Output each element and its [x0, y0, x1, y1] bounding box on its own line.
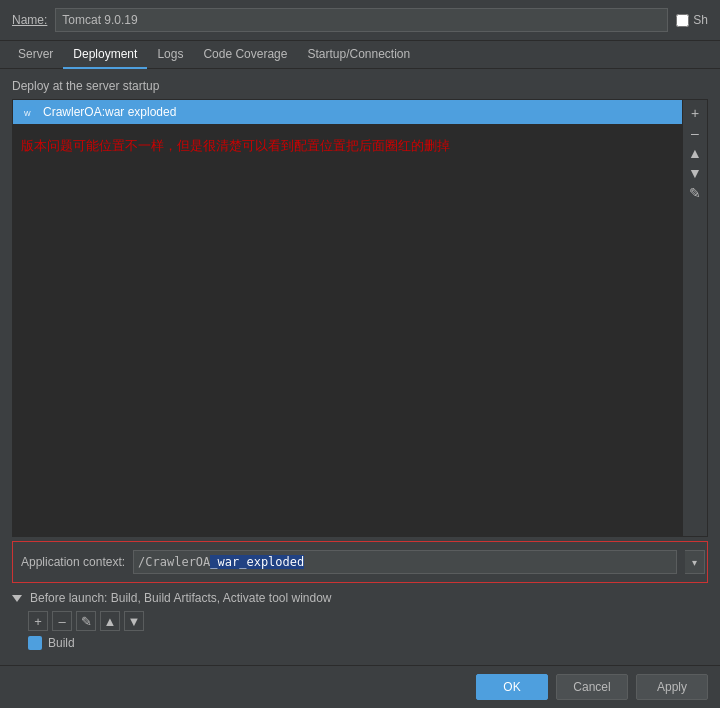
before-launch-tools: + – ✎ ▲ ▼ — [12, 605, 708, 633]
tab-startup-connection[interactable]: Startup/Connection — [297, 41, 420, 69]
name-input[interactable] — [55, 8, 668, 32]
before-launch-section: Before launch: Build, Build Artifacts, A… — [12, 583, 708, 657]
dialog-footer: OK Cancel Apply — [0, 665, 720, 708]
tab-logs[interactable]: Logs — [147, 41, 193, 69]
build-icon — [28, 636, 42, 650]
share-label: Sh — [693, 13, 708, 27]
deploy-label: Deploy at the server startup — [12, 79, 708, 93]
add-artifact-button[interactable]: + — [686, 104, 704, 122]
content-area: Deploy at the server startup W CrawlerOA… — [0, 69, 720, 665]
move-task-down-button[interactable]: ▼ — [124, 611, 144, 631]
run-config-dialog: Name: Sh Server Deployment Logs Code Cov… — [0, 0, 720, 708]
chevron-down-icon: ▾ — [692, 557, 697, 568]
app-context-dropdown[interactable]: ▾ — [685, 550, 705, 574]
share-checkbox-area: Sh — [676, 13, 708, 27]
context-suffix: _war_exploded — [210, 555, 304, 569]
deploy-list: W CrawlerOA:war exploded 版本问题可能位置不一样，但是很… — [13, 100, 682, 536]
before-launch-label: Before launch: Build, Build Artifacts, A… — [30, 591, 332, 605]
remove-task-button[interactable]: – — [52, 611, 72, 631]
build-label: Build — [48, 636, 75, 650]
cancel-button[interactable]: Cancel — [556, 674, 628, 700]
edit-task-button[interactable]: ✎ — [76, 611, 96, 631]
share-checkbox[interactable] — [676, 14, 689, 27]
move-down-button[interactable]: ▼ — [686, 164, 704, 182]
war-icon: W — [21, 104, 37, 120]
tab-code-coverage[interactable]: Code Coverage — [193, 41, 297, 69]
add-task-button[interactable]: + — [28, 611, 48, 631]
collapse-icon — [12, 595, 22, 602]
app-context-display[interactable]: /CrawlerOA_war_exploded — [133, 550, 677, 574]
tab-server[interactable]: Server — [8, 41, 63, 69]
move-task-up-button[interactable]: ▲ — [100, 611, 120, 631]
remove-artifact-button[interactable]: – — [686, 124, 704, 142]
deploy-item-text: CrawlerOA:war exploded — [43, 105, 176, 119]
deploy-item[interactable]: W CrawlerOA:war exploded — [13, 100, 682, 124]
move-up-button[interactable]: ▲ — [686, 144, 704, 162]
apply-button[interactable]: Apply — [636, 674, 708, 700]
app-context-label: Application context: — [15, 555, 125, 569]
side-buttons: + – ▲ ▼ ✎ — [682, 100, 707, 536]
tabs-bar: Server Deployment Logs Code Coverage Sta… — [0, 41, 720, 69]
name-label: Name: — [12, 13, 47, 27]
context-prefix: /CrawlerOA — [138, 555, 210, 569]
app-context-row: Application context: /CrawlerOA_war_expl… — [12, 541, 708, 583]
ok-button[interactable]: OK — [476, 674, 548, 700]
before-launch-header: Before launch: Build, Build Artifacts, A… — [12, 591, 708, 605]
build-item: Build — [12, 633, 708, 653]
name-row: Name: Sh — [0, 0, 720, 41]
edit-artifact-button[interactable]: ✎ — [686, 184, 704, 202]
tab-deployment[interactable]: Deployment — [63, 41, 147, 69]
deploy-list-container: W CrawlerOA:war exploded 版本问题可能位置不一样，但是很… — [12, 99, 708, 537]
annotation-text: 版本问题可能位置不一样，但是很清楚可以看到配置位置把后面圈红的删掉 — [13, 124, 682, 169]
svg-text:W: W — [24, 110, 31, 117]
